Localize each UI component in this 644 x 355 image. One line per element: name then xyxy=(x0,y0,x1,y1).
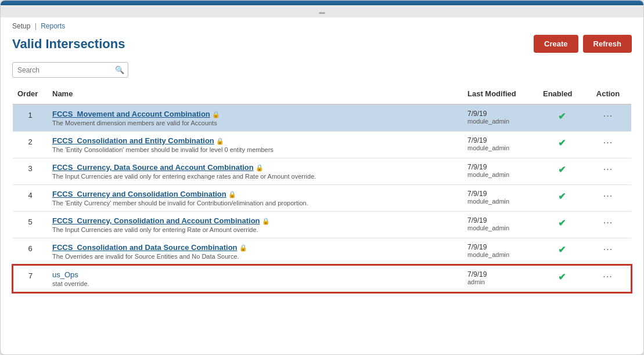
item-description: The 'Entity Consolidation' member should… xyxy=(52,146,458,153)
modified-user: module_admin xyxy=(467,118,534,125)
modified-date: 7/9/19 xyxy=(467,243,534,251)
modified-date: 7/9/19 xyxy=(467,136,534,144)
breadcrumb-separator: | xyxy=(35,22,37,30)
item-name-link[interactable]: FCCS_Currency, Consolidation and Account… xyxy=(52,216,260,225)
cell-modified: 7/9/19module_admin xyxy=(463,238,538,266)
page-title: Valid Intersections xyxy=(12,37,125,52)
item-name-link[interactable]: FCCS_Movement and Account Combination xyxy=(52,110,210,118)
cell-name: FCCS_Currency and Consolidation Combinat… xyxy=(48,185,463,212)
item-name-plain: us_Ops xyxy=(52,270,78,279)
cell-name: FCCS_Consolidation and Data Source Combi… xyxy=(48,238,463,266)
table-row[interactable]: 2FCCS_Consolidation and Entity Combinati… xyxy=(13,132,631,158)
header-buttons: Create Refresh xyxy=(534,35,632,53)
col-header-action: Action xyxy=(585,84,631,104)
lock-icon: 🔒 xyxy=(212,111,220,118)
item-name-link[interactable]: FCCS_Currency, Data Source and Account C… xyxy=(52,163,254,172)
search-row: 🔍 xyxy=(1,60,643,84)
cell-name: FCCS_Movement and Account Combination🔒Th… xyxy=(48,104,463,132)
table-row[interactable]: 5FCCS_Currency, Consolidation and Accoun… xyxy=(13,212,631,238)
cell-enabled: ✔ xyxy=(538,132,585,158)
modified-user: module_admin xyxy=(467,144,534,151)
cell-action[interactable]: ··· xyxy=(585,132,631,158)
cell-name: FCCS_Consolidation and Entity Combinatio… xyxy=(48,132,463,158)
enabled-check-icon: ✔ xyxy=(558,272,566,282)
cell-enabled: ✔ xyxy=(538,185,585,212)
modified-date: 7/9/19 xyxy=(467,190,534,198)
cell-order: 2 xyxy=(13,132,48,158)
cell-action[interactable]: ··· xyxy=(585,265,631,292)
cell-modified: 7/9/19admin xyxy=(463,265,538,292)
item-description: The Overrides are invalid for Source Ent… xyxy=(52,253,458,260)
col-header-modified: Last Modified xyxy=(463,84,538,104)
item-description: The Input Currencies are valid only for … xyxy=(52,226,458,233)
cell-name: FCCS_Currency, Data Source and Account C… xyxy=(48,158,463,185)
modified-user: module_admin xyxy=(467,171,534,178)
cell-enabled: ✔ xyxy=(538,265,585,292)
table-row[interactable]: 4FCCS_Currency and Consolidation Combina… xyxy=(13,185,631,212)
cell-enabled: ✔ xyxy=(538,158,585,185)
breadcrumb: Setup | Reports xyxy=(1,17,643,32)
cell-modified: 7/9/19module_admin xyxy=(463,132,538,158)
action-menu-button[interactable]: ··· xyxy=(603,191,613,201)
item-description: The Input Currencies are valid only for … xyxy=(52,173,458,180)
cell-name: us_Opsstat override. xyxy=(48,265,463,292)
cell-action[interactable]: ··· xyxy=(585,158,631,185)
cell-order: 5 xyxy=(13,212,48,238)
enabled-check-icon: ✔ xyxy=(558,138,566,148)
search-box: 🔍 xyxy=(12,62,128,78)
enabled-check-icon: ✔ xyxy=(558,245,566,255)
enabled-check-icon: ✔ xyxy=(558,111,566,121)
col-header-order: Order xyxy=(13,84,48,104)
cell-order: 6 xyxy=(13,238,48,266)
modified-user: module_admin xyxy=(467,251,534,258)
table-row[interactable]: 1FCCS_Movement and Account Combination🔒T… xyxy=(13,104,631,132)
breadcrumb-reports[interactable]: Reports xyxy=(41,22,65,30)
breadcrumb-setup: Setup xyxy=(12,22,30,30)
item-description: The 'Entity Currency' member should be i… xyxy=(52,200,458,207)
action-menu-button[interactable]: ··· xyxy=(603,137,613,147)
cell-modified: 7/9/19module_admin xyxy=(463,185,538,212)
item-name-link[interactable]: FCCS_Consolidation and Entity Combinatio… xyxy=(52,136,214,145)
table-row[interactable]: 3FCCS_Currency, Data Source and Account … xyxy=(13,158,631,185)
action-menu-button[interactable]: ··· xyxy=(603,111,613,121)
lock-icon: 🔒 xyxy=(239,244,247,252)
cell-order: 1 xyxy=(13,104,48,132)
action-menu-button[interactable]: ··· xyxy=(603,271,612,281)
create-button[interactable]: Create xyxy=(534,35,578,53)
enabled-check-icon: ✔ xyxy=(558,165,566,175)
cell-name: FCCS_Currency, Consolidation and Account… xyxy=(48,212,463,238)
action-menu-button[interactable]: ··· xyxy=(603,164,613,174)
modified-date: 7/9/19 xyxy=(467,163,534,171)
drag-handle[interactable] xyxy=(1,5,643,17)
item-description: stat override. xyxy=(52,280,458,287)
modified-date: 7/9/19 xyxy=(467,216,534,224)
item-name-link[interactable]: FCCS_Currency and Consolidation Combinat… xyxy=(52,190,226,198)
cell-action[interactable]: ··· xyxy=(585,212,631,238)
search-input[interactable] xyxy=(13,63,111,77)
lock-icon: 🔒 xyxy=(256,164,264,172)
table-container: Order Name Last Modified Enabled Action … xyxy=(1,84,643,293)
cell-enabled: ✔ xyxy=(538,238,585,266)
col-header-enabled: Enabled xyxy=(538,84,585,104)
modified-user: module_admin xyxy=(467,224,534,231)
intersections-table: Order Name Last Modified Enabled Action … xyxy=(12,84,632,293)
cell-action[interactable]: ··· xyxy=(585,185,631,212)
main-window: Setup | Reports Valid Intersections Crea… xyxy=(0,0,644,355)
table-row[interactable]: 7us_Opsstat override.7/9/19admin✔··· xyxy=(13,265,631,292)
search-icon: 🔍 xyxy=(111,63,128,77)
table-row[interactable]: 6FCCS_Consolidation and Data Source Comb… xyxy=(13,238,631,266)
item-name-link[interactable]: FCCS_Consolidation and Data Source Combi… xyxy=(52,243,238,252)
item-description: The Movement dimension members are valid… xyxy=(52,119,458,126)
action-menu-button[interactable]: ··· xyxy=(603,244,613,254)
cell-enabled: ✔ xyxy=(538,212,585,238)
cell-action[interactable]: ··· xyxy=(585,238,631,266)
refresh-button[interactable]: Refresh xyxy=(583,35,632,53)
lock-icon: 🔒 xyxy=(228,191,236,198)
header-row: Valid Intersections Create Refresh xyxy=(1,32,643,60)
action-menu-button[interactable]: ··· xyxy=(603,218,613,227)
modified-user: admin xyxy=(467,278,534,285)
cell-modified: 7/9/19module_admin xyxy=(463,104,538,132)
top-bar xyxy=(1,1,643,5)
cell-action[interactable]: ··· xyxy=(585,104,631,132)
modified-date: 7/9/19 xyxy=(467,270,534,278)
